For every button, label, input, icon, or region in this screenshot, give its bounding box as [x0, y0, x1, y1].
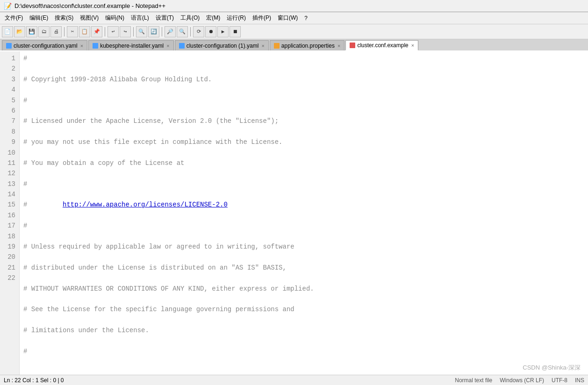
tab-close[interactable]: ×: [337, 43, 340, 49]
toolbar: 📄 📂 💾 🗂 🖨 ✂ 📋 📌 ↩ ↪ 🔍 🔄 🔎 🔍 ⟳ ⏺ ▶ ⏹: [0, 24, 588, 39]
toolbar-zoom-out[interactable]: 🔍: [177, 26, 188, 37]
menu-item[interactable]: 设置(T): [153, 13, 177, 23]
tab-tab1[interactable]: cluster-configuration.yaml×: [2, 40, 87, 50]
cursor-position: Ln : 22 Col : 1 Sel : 0 | 0: [4, 377, 64, 384]
tab-tab2[interactable]: kubesphere-installer.yaml×: [88, 40, 174, 50]
watermark: CSDN @Shinka-深深: [523, 364, 581, 372]
line-number-4: 4: [2, 85, 15, 95]
code-line-14: # limitations under the License.: [23, 325, 584, 335]
menu-item[interactable]: 宏(M): [203, 13, 223, 23]
tab-close[interactable]: ×: [411, 43, 414, 48]
editor: 12345678910111213141516171819202122 # # …: [0, 51, 588, 375]
window-title: D:\devsoft\nacos\conf\cluster.conf.examp…: [14, 2, 165, 9]
title-bar: 📝 D:\devsoft\nacos\conf\cluster.conf.exa…: [0, 0, 588, 12]
toolbar-record[interactable]: ⏺: [205, 26, 216, 37]
menu-item[interactable]: 搜索(S): [52, 13, 76, 23]
tab-icon: [6, 43, 12, 49]
line-number-14: 14: [2, 189, 15, 200]
line-number-17: 17: [2, 221, 15, 231]
menu-item[interactable]: 编码(N): [102, 13, 127, 23]
toolbar-zoom-in[interactable]: 🔎: [165, 26, 176, 37]
menu-item[interactable]: 工具(O): [178, 13, 202, 23]
code-line-5: # you may not use this file except in co…: [23, 137, 584, 147]
line-number-7: 7: [2, 116, 15, 126]
menu-item[interactable]: 文件(F): [2, 13, 26, 23]
tab-close[interactable]: ×: [261, 43, 264, 49]
line-number-12: 12: [2, 168, 15, 178]
tab-tab3[interactable]: cluster-configuration (1).yaml×: [175, 40, 269, 50]
encoding: UTF-8: [552, 377, 567, 384]
line-number-2: 2: [2, 64, 15, 74]
toolbar-print[interactable]: 🖨: [50, 26, 62, 37]
tab-icon: [350, 43, 355, 48]
menu-item[interactable]: 编辑(E): [27, 13, 51, 23]
line-number-5: 5: [2, 95, 15, 106]
line-number-3: 3: [2, 74, 15, 85]
toolbar-save[interactable]: 💾: [26, 26, 37, 37]
line-number-10: 10: [2, 148, 15, 158]
code-line-12: # WITHOUT WARRANTIES OR CONDITIONS OF AN…: [23, 284, 584, 294]
license-url[interactable]: http://www.apache.org/licenses/LICENSE-2…: [63, 201, 228, 208]
line-numbers: 12345678910111213141516171819202122: [0, 51, 20, 375]
toolbar-paste[interactable]: 📌: [91, 26, 102, 37]
menu-item[interactable]: 窗口(W): [275, 13, 301, 23]
toolbar-new[interactable]: 📄: [2, 26, 13, 37]
tab-label: application.properties: [281, 43, 335, 49]
code-line-16: [23, 367, 584, 375]
toolbar-copy[interactable]: 📋: [79, 26, 90, 37]
status-bar: Ln : 22 Col : 1 Sel : 0 | 0 Normal text …: [0, 375, 588, 385]
toolbar-sync[interactable]: ⟳: [193, 26, 204, 37]
code-line-13: # See the License for the specific langu…: [23, 304, 584, 314]
sep5: [190, 27, 191, 36]
tabs-bar: cluster-configuration.yaml×kubesphere-in…: [0, 39, 588, 51]
toolbar-redo[interactable]: ↪: [120, 26, 131, 37]
line-number-6: 6: [2, 106, 15, 116]
toolbar-saveall[interactable]: 🗂: [38, 26, 50, 37]
line-number-1: 1: [2, 53, 15, 64]
menu-item[interactable]: 插件(P): [250, 13, 274, 23]
sep3: [133, 27, 134, 36]
tab-close[interactable]: ×: [166, 43, 169, 49]
toolbar-play[interactable]: ▶: [217, 26, 229, 37]
menu-item[interactable]: 视图(V): [77, 13, 101, 23]
code-content[interactable]: # # Copyright 1999-2018 Alibaba Group Ho…: [20, 51, 588, 375]
line-number-13: 13: [2, 179, 15, 189]
line-number-9: 9: [2, 137, 15, 147]
menu-item[interactable]: 语言(L): [128, 13, 152, 23]
code-line-7: #: [23, 179, 584, 189]
line-number-22: 22: [2, 273, 15, 283]
menu-item[interactable]: ?: [301, 14, 310, 22]
tab-label: cluster.conf.example: [357, 42, 408, 49]
tab-tab5[interactable]: cluster.conf.example×: [345, 40, 418, 50]
line-number-21: 21: [2, 263, 15, 273]
toolbar-replace[interactable]: 🔄: [148, 26, 159, 37]
line-number-19: 19: [2, 242, 15, 252]
toolbar-stop[interactable]: ⏹: [229, 26, 241, 37]
line-number-11: 11: [2, 158, 15, 168]
notepad-icon: 📝: [4, 2, 12, 10]
code-line-1: #: [23, 53, 584, 64]
toolbar-find[interactable]: 🔍: [136, 26, 147, 37]
toolbar-open[interactable]: 📂: [14, 26, 25, 37]
tab-label: cluster-configuration (1).yaml: [186, 43, 259, 49]
menu-bar: 文件(F)编辑(E)搜索(S)视图(V)编码(N)语言(L)设置(T)工具(O)…: [0, 12, 588, 24]
toolbar-undo[interactable]: ↩: [108, 26, 119, 37]
toolbar-cut[interactable]: ✂: [67, 26, 78, 37]
tab-close[interactable]: ×: [80, 43, 83, 49]
line-number-20: 20: [2, 252, 15, 262]
code-line-10: # Unless required by applicable law or a…: [23, 242, 584, 252]
sep2: [105, 27, 105, 36]
code-line-3: #: [23, 95, 584, 106]
tab-tab4[interactable]: application.properties×: [270, 40, 345, 50]
file-type: Normal text file: [455, 377, 492, 384]
code-line-8: # http://www.apache.org/licenses/LICENSE…: [23, 200, 584, 210]
eol-type: Windows (CR LF): [500, 377, 544, 384]
sep4: [162, 27, 162, 36]
tab-icon: [179, 43, 185, 49]
menu-item[interactable]: 运行(R): [224, 13, 249, 23]
line-number-15: 15: [2, 200, 15, 210]
tab-label: kubesphere-installer.yaml: [100, 43, 164, 49]
sep1: [64, 27, 65, 36]
code-line-6: # You may obtain a copy of the License a…: [23, 158, 584, 168]
code-line-4: # Licensed under the Apache License, Ver…: [23, 116, 584, 126]
